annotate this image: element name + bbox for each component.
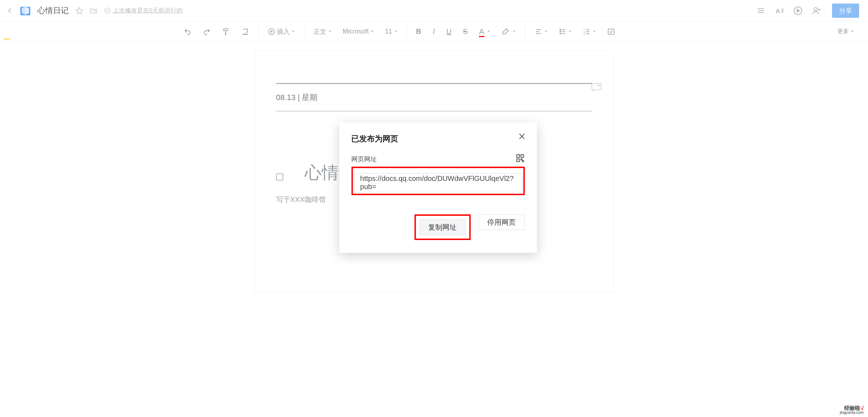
svg-point-24	[560, 33, 561, 34]
font-family-select[interactable]: Microsoft	[340, 25, 377, 39]
check-circle-icon	[104, 7, 111, 14]
svg-text:A: A	[775, 7, 780, 14]
url-input[interactable]: https://docs.qq.com/doc/DUWdwVFlGUUlqeVl…	[354, 173, 522, 192]
watermark-brand: 经验啦	[844, 405, 860, 411]
underline-button[interactable]: U	[443, 25, 454, 39]
font-size-select[interactable]: 11	[382, 25, 400, 39]
publish-dialog: 已发布为网页 网页网址 https://docs.qq.com/doc/DUWd…	[339, 122, 537, 253]
star-icon[interactable]	[74, 5, 85, 16]
svg-point-22	[560, 29, 561, 30]
svg-marker-11	[797, 9, 800, 12]
bold-button[interactable]: B	[413, 25, 424, 39]
meta-row: 08.13 | 星期	[276, 83, 592, 111]
add-user-icon[interactable]	[809, 4, 824, 18]
folder-move-icon[interactable]	[88, 5, 99, 16]
copy-url-button[interactable]: 复制网址	[419, 219, 465, 235]
font-size-label: 11	[385, 28, 392, 35]
topbar: 心情日记 上次修改是在5天前进行的 A 分享	[0, 0, 868, 21]
qr-code-icon[interactable]	[515, 153, 525, 165]
svg-point-12	[814, 7, 817, 11]
numbered-list-button[interactable]: 123	[580, 25, 599, 39]
svg-rect-35	[592, 83, 601, 90]
svg-text:3: 3	[583, 33, 585, 35]
url-label: 网页网址	[351, 155, 377, 163]
font-name-label: Microsoft	[343, 28, 369, 35]
font-color-button[interactable]: A	[476, 25, 493, 39]
undo-button[interactable]	[181, 25, 194, 39]
more-label: 更多	[837, 28, 849, 35]
url-highlight-box: https://docs.qq.com/doc/DUWdwVFlGUUlqeVl…	[351, 167, 525, 195]
svg-point-23	[560, 31, 561, 32]
dialog-button-row: 复制网址 停用网页	[351, 214, 525, 240]
svg-rect-43	[521, 159, 522, 160]
dialog-title: 已发布为网页	[351, 134, 525, 144]
add-comment-icon[interactable]	[591, 83, 603, 92]
page-wrap: 08.13 | 星期 心情日记 写于XXX咖啡馆 已发布为网页 网页网址 htt…	[0, 42, 868, 314]
url-value: https://docs.qq.com/doc/DUWdwVFlGUUlqeVl…	[360, 174, 516, 191]
para-style-label: 正文	[314, 27, 326, 36]
svg-rect-44	[522, 161, 524, 162]
back-icon[interactable]	[8, 8, 13, 13]
more-menu[interactable]: 更多	[837, 28, 854, 35]
menu-lines-icon[interactable]	[754, 4, 768, 18]
bullet-list-button[interactable]	[556, 25, 574, 39]
svg-rect-15	[224, 28, 228, 31]
close-button[interactable]	[517, 132, 526, 142]
status-text: 上次修改是在5天前进行的	[113, 6, 183, 15]
share-button[interactable]: 分享	[832, 4, 859, 18]
play-circle-icon[interactable]	[791, 4, 805, 18]
highlight-color-button[interactable]	[499, 25, 519, 39]
svg-rect-41	[521, 155, 524, 157]
app-logo-icon	[20, 5, 31, 16]
clear-format-button[interactable]	[238, 25, 252, 39]
svg-rect-40	[516, 155, 519, 157]
watermark-check-icon: √	[861, 405, 864, 411]
insert-menu[interactable]: 插入	[265, 25, 298, 39]
align-button[interactable]	[532, 25, 550, 39]
svg-rect-42	[516, 159, 519, 162]
svg-rect-34	[608, 29, 614, 34]
copy-highlight-box: 复制网址	[414, 214, 470, 240]
disable-page-button[interactable]: 停用网页	[478, 214, 525, 230]
strikethrough-button[interactable]: S	[460, 25, 470, 39]
paragraph-style-select[interactable]: 正文	[311, 25, 334, 39]
svg-marker-1	[76, 7, 83, 14]
watermark-domain: jingyanla.com	[840, 411, 864, 415]
checkbox-icon[interactable]	[276, 173, 283, 181]
checklist-button[interactable]	[604, 25, 618, 39]
header-right-actions: A 分享	[752, 4, 859, 18]
doc-title: 心情日记	[37, 5, 69, 16]
italic-button[interactable]: I	[430, 25, 438, 39]
format-painter-button[interactable]	[219, 25, 233, 39]
svg-point-2	[105, 8, 110, 13]
insert-label: 插入	[277, 27, 290, 36]
edit-toolbar: 插入 正文 Microsoft 11 B I U S A 123 更多	[0, 21, 868, 42]
save-status[interactable]: 上次修改是在5天前进行的	[104, 6, 183, 15]
watermark: 经验啦√ jingyanla.com	[840, 405, 864, 415]
text-format-icon[interactable]: A	[772, 4, 787, 18]
date-meta: 08.13 | 星期	[276, 92, 318, 103]
redo-button[interactable]	[200, 25, 214, 39]
